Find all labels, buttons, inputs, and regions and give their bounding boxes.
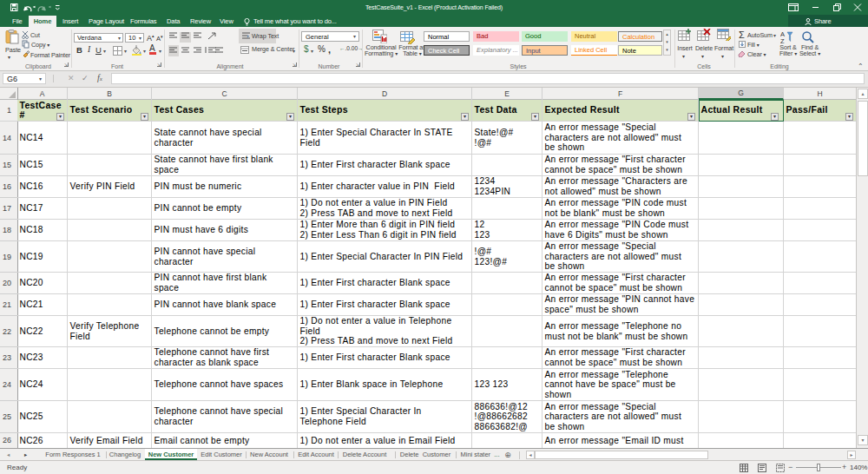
svg-text:Z: Z [780, 37, 785, 43]
